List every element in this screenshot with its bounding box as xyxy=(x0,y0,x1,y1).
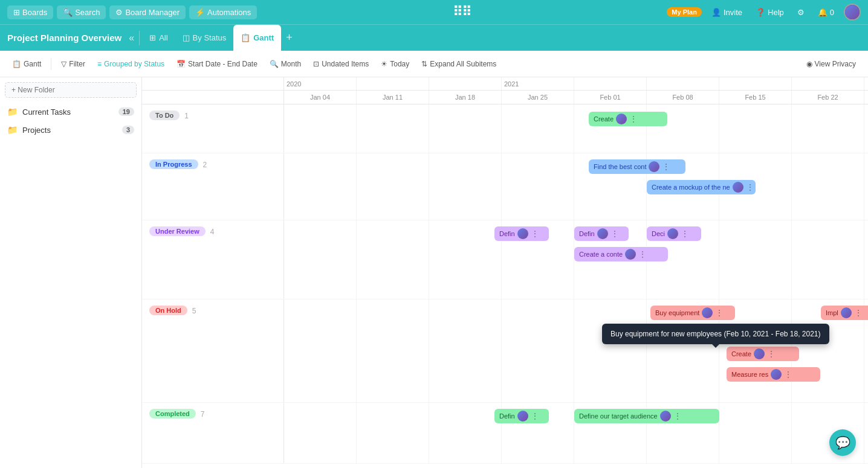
gantt-header: 20202021Jan 04Jan 11Jan 18Jan 25Feb 01Fe… xyxy=(142,77,868,104)
bars-container: Defin⋮Defin⋮Deci⋮Create a conte⋮ xyxy=(284,220,868,299)
search-icon: 🔍 xyxy=(63,8,73,17)
current-tasks-badge: 19 xyxy=(118,107,134,116)
bars-container: Find the best cont⋮Create a mockup of th… xyxy=(284,153,868,220)
projects-badge: 3 xyxy=(122,126,134,134)
bar-menu-button[interactable]: ⋮ xyxy=(784,370,792,379)
gantt-cell xyxy=(719,104,792,153)
invite-button[interactable]: 👤 Invite xyxy=(708,5,746,19)
bar-avatar xyxy=(517,228,528,239)
gantt-bar[interactable]: Defin⋮ xyxy=(574,226,629,241)
notifications-button[interactable]: 🔔 0 xyxy=(814,5,838,19)
bar-menu-button[interactable]: ⋮ xyxy=(531,229,539,239)
tab-gantt[interactable]: 📋 Gantt xyxy=(233,25,281,51)
search-button[interactable]: 🔍 Search xyxy=(57,5,106,19)
gantt-bar[interactable]: Write content for⋮ xyxy=(647,326,740,341)
gantt-row: To Do1Create⋮ xyxy=(142,104,868,153)
boards-icon: ⊞ xyxy=(13,8,20,17)
bar-menu-button[interactable]: ⋮ xyxy=(673,411,682,421)
gantt-row: In Progress2Find the best cont⋮Create a … xyxy=(142,153,868,220)
gantt-bar[interactable]: Buy equipment⋮ xyxy=(650,306,735,320)
today-button[interactable]: ☀ Today xyxy=(376,57,414,71)
date-col-header: Jan 11 xyxy=(357,91,429,104)
calendar-icon: 📅 xyxy=(177,60,186,68)
gantt-cell xyxy=(792,220,864,299)
filter-button[interactable]: ▽ Filter xyxy=(56,57,90,71)
bar-menu-button[interactable]: ⋮ xyxy=(611,229,619,239)
group-by-status-button[interactable]: ≡ Grouped by Status xyxy=(92,57,169,71)
view-privacy-button[interactable]: ◉ View Privacy xyxy=(802,57,861,71)
bar-avatar xyxy=(649,161,659,172)
bar-avatar xyxy=(702,307,713,318)
gantt-cell xyxy=(864,153,868,220)
gantt-cell xyxy=(284,300,357,402)
sidebar-item-projects[interactable]: 📁 Projects 3 xyxy=(0,121,141,139)
gantt-cell xyxy=(502,300,574,402)
gantt-bar[interactable]: Find the best cont⋮ xyxy=(589,159,685,174)
bar-menu-button[interactable]: ⋮ xyxy=(638,249,647,259)
help-button[interactable]: ❓ Help xyxy=(752,5,788,19)
gantt-cell xyxy=(357,220,429,299)
bar-menu-button[interactable]: ⋮ xyxy=(746,182,754,192)
main-layout: + New Folder 📁 Current Tasks 19 📁 Projec… xyxy=(0,77,868,468)
boards-button[interactable]: ⊞ Boards xyxy=(7,5,53,19)
nav-left: ⊞ Boards 🔍 Search ⚙ Board Manager ⚡ Auto… xyxy=(7,5,257,19)
gantt-bar[interactable]: Measure res⋮ xyxy=(727,367,820,382)
gantt-cell xyxy=(502,104,574,153)
bar-avatar xyxy=(597,228,608,239)
bar-menu-button[interactable]: ⋮ xyxy=(767,349,776,359)
project-title: Project Planning Overview xyxy=(7,33,121,43)
gantt-view-button[interactable]: 📋 Gantt xyxy=(7,57,46,71)
bar-menu-button[interactable]: ⋮ xyxy=(715,308,724,318)
gantt-row: On Hold5Buy equipment for new employees … xyxy=(142,300,868,403)
start-end-date-button[interactable]: 📅 Start Date - End Date xyxy=(172,57,262,71)
bar-menu-button[interactable]: ⋮ xyxy=(716,329,725,338)
date-col-header: Feb 22 xyxy=(792,91,864,104)
filter-icon: ▽ xyxy=(61,60,66,68)
row-number: 1 xyxy=(184,112,189,120)
gantt-bar[interactable]: Defin⋮ xyxy=(494,226,549,241)
gantt-cell xyxy=(719,403,792,463)
sidebar-item-current-tasks[interactable]: 📁 Current Tasks 19 xyxy=(0,103,141,121)
gantt-bar[interactable]: Create⋮ xyxy=(727,347,799,361)
tab-all[interactable]: ⊞ All xyxy=(142,25,175,51)
bar-menu-button[interactable]: ⋮ xyxy=(531,411,539,421)
settings-button[interactable]: ⚙ xyxy=(794,5,808,19)
gantt-bar[interactable]: Defin⋮ xyxy=(494,409,549,423)
gantt-bar[interactable]: Deci⋮ xyxy=(647,226,701,241)
expand-subitems-button[interactable]: ⇅ Expand All Subitems xyxy=(416,57,501,71)
row-number: 4 xyxy=(210,228,215,236)
row-number: 7 xyxy=(201,410,205,418)
all-icon: ⊞ xyxy=(149,33,156,42)
undated-items-button[interactable]: ⊡ Undated Items xyxy=(308,57,374,71)
bar-avatar xyxy=(754,348,765,359)
gantt-bar[interactable]: Create a mockup of the ne⋮ xyxy=(647,180,756,194)
bar-menu-button[interactable]: ⋮ xyxy=(662,162,670,171)
status-badge: Under Review xyxy=(149,226,206,236)
bar-menu-button[interactable]: ⋮ xyxy=(854,308,863,318)
bar-avatar xyxy=(667,228,678,239)
tab-by-status[interactable]: ◫ By Status xyxy=(175,25,234,51)
chat-bubble-button[interactable]: 💬 xyxy=(829,429,856,456)
gantt-bar[interactable]: Define our target audience⋮ xyxy=(574,409,719,423)
gear-icon: ⚙ xyxy=(797,8,805,17)
new-folder-button[interactable]: + New Folder xyxy=(5,82,137,98)
toolbar: 📋 Gantt ▽ Filter ≡ Grouped by Status 📅 S… xyxy=(0,51,868,77)
gantt-cell xyxy=(357,403,429,463)
avatar[interactable] xyxy=(844,4,861,21)
gantt-bar[interactable]: Create a conte⋮ xyxy=(574,247,668,261)
bar-avatar xyxy=(703,328,714,339)
gantt-row: Completed7Defin⋮Define our target audien… xyxy=(142,403,868,464)
bar-menu-button[interactable]: ⋮ xyxy=(681,229,689,239)
board-manager-button[interactable]: ⚙ Board Manager xyxy=(109,5,186,19)
month-button[interactable]: 🔍 Month xyxy=(265,57,306,71)
bar-avatar xyxy=(660,411,671,422)
help-icon: ❓ xyxy=(756,8,765,17)
bar-menu-button[interactable]: ⋮ xyxy=(629,114,638,124)
add-tab-button[interactable]: + xyxy=(281,29,297,46)
gantt-bar[interactable]: Create⋮ xyxy=(589,112,667,126)
date-col-header: Jan 25 xyxy=(502,91,574,104)
automations-button[interactable]: ⚡ Automations xyxy=(189,5,257,19)
collapse-button[interactable]: « xyxy=(126,30,137,46)
gantt-bar[interactable]: Impl⋮ xyxy=(821,306,868,320)
plan-badge[interactable]: My Plan xyxy=(667,7,702,17)
